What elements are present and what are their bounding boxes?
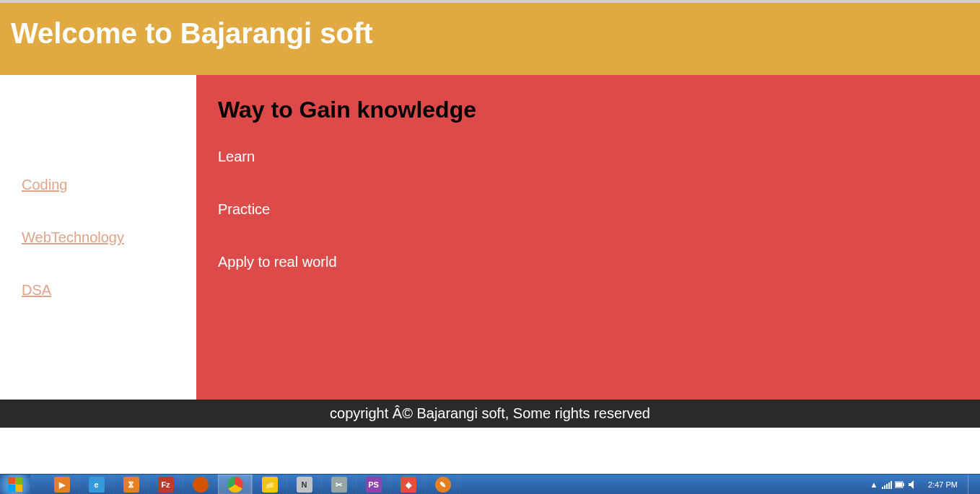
taskbar-app-sublime[interactable]: ✎ [426,475,460,494]
main-heading: Way to Gain knowledge [218,97,958,123]
page-title: Welcome to Bajarangi soft [11,17,969,50]
system-tray: ▲ 2:47 PM [869,475,980,494]
filezilla-icon: Fz [158,477,174,493]
footer-text: copyright Â© Bajarangi soft, Some rights… [330,405,650,421]
tray-network-icon[interactable] [882,480,892,490]
xampp-icon: ⴵ [123,477,139,493]
taskbar-clock[interactable]: 2:47 PM [922,480,963,489]
taskbar-app-explorer[interactable]: 📁 [253,475,287,494]
taskbar-app-chrome[interactable] [218,475,253,494]
page-footer: copyright Â© Bajarangi soft, Some rights… [0,400,980,428]
svg-marker-3 [909,480,914,489]
show-desktop-button[interactable] [968,475,976,495]
taskbar-app-xampp[interactable]: ⴵ [114,475,149,494]
start-button[interactable] [0,475,30,495]
taskbar-pinned-apps: ▶ e ⴵ Fz 📁 N ✂ PS ◆ ✎ [45,475,460,494]
main-item-learn: Learn [218,149,958,165]
taskbar-app-filezilla[interactable]: Fz [149,475,183,494]
sidebar-link-dsa[interactable]: DSA [22,282,175,299]
svg-rect-2 [896,482,902,487]
taskbar-app-ie[interactable]: e [79,475,114,494]
sidebar-nav: Coding WebTechnology DSA [0,75,196,400]
svg-rect-1 [903,483,904,486]
taskbar-app-phpstorm[interactable]: PS [356,475,391,494]
snipping-icon: ✂ [331,477,347,493]
phpstorm-icon: PS [366,477,382,493]
tray-icons-group: ▲ [869,480,918,490]
taskbar-app-media-player[interactable]: ▶ [45,475,79,494]
sidebar-link-coding[interactable]: Coding [22,177,175,193]
taskbar-app-notepad[interactable]: N [287,475,322,494]
notepad-icon: N [297,477,312,493]
windows-logo-icon [8,477,22,492]
tray-chevron-up-icon[interactable]: ▲ [869,480,879,490]
windows-taskbar: ▶ e ⴵ Fz 📁 N ✂ PS ◆ ✎ ▲ 2:47 PM [0,474,980,494]
tray-volume-icon[interactable] [908,480,918,490]
main-item-practice: Practice [218,201,958,218]
tray-battery-icon[interactable] [895,480,905,490]
media-player-icon: ▶ [54,477,70,493]
firefox-icon [193,477,209,493]
taskbar-app-snipping[interactable]: ✂ [322,475,356,494]
taskbar-app-firefox[interactable] [183,475,218,494]
page-header: Welcome to Bajarangi soft [0,3,980,75]
sublime-icon: ✎ [435,477,451,493]
content-area: Coding WebTechnology DSA Way to Gain kno… [0,75,980,400]
ie-icon: e [89,477,105,493]
taskbar-app-anydesk[interactable]: ◆ [391,475,426,494]
chrome-icon [227,477,243,493]
main-content: Way to Gain knowledge Learn Practice App… [196,75,980,400]
main-item-apply: Apply to real world [218,254,958,270]
sidebar-link-webtechnology[interactable]: WebTechnology [22,229,175,246]
explorer-icon: 📁 [262,477,278,493]
anydesk-icon: ◆ [401,477,416,493]
